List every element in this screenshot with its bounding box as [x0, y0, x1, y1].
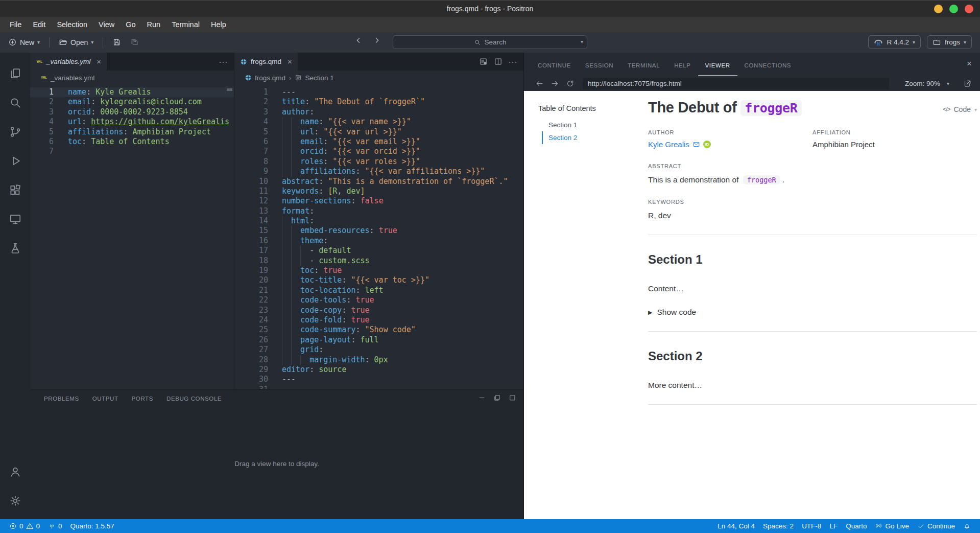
show-code-toggle[interactable]: ▶ Show code [648, 308, 977, 317]
split-icon[interactable] [494, 57, 503, 66]
close-tab-icon[interactable]: × [288, 57, 292, 66]
history-back-button[interactable] [354, 36, 363, 45]
panel-tab-ports[interactable]: PORTS [125, 396, 160, 402]
history-forward-button[interactable] [372, 36, 381, 45]
breadcrumb-item[interactable]: frogs.qmd [245, 74, 285, 82]
toc-item-section-1[interactable]: Section 1 [542, 119, 634, 131]
activity-testing-icon[interactable] [0, 234, 30, 263]
menu-item-help[interactable]: Help [205, 17, 232, 32]
activity-extensions-icon[interactable] [0, 175, 30, 204]
code-line[interactable]: 30--- [234, 375, 523, 384]
notifications-bell[interactable] [959, 519, 975, 533]
menu-item-terminal[interactable]: Terminal [166, 17, 205, 32]
viewer-back-button[interactable] [535, 79, 544, 88]
encoding-status[interactable]: UTF-8 [798, 519, 825, 533]
code-line[interactable]: 25code-summary: "Show code" [234, 325, 523, 335]
code-line[interactable]: 3author: [234, 107, 523, 117]
code-line[interactable]: 16theme: [234, 236, 523, 246]
code-line[interactable]: 26page-layout: full [234, 335, 523, 345]
close-tab-icon[interactable]: × [97, 57, 101, 66]
panel-tab-debug-console[interactable]: DEBUG CONSOLE [160, 396, 228, 402]
orcid-icon[interactable]: iD [703, 141, 711, 148]
code-editor[interactable]: 1---2title: "The Debut of `froggeR`"3aut… [234, 85, 523, 389]
code-line[interactable]: 13format: [234, 206, 523, 216]
code-line[interactable]: 21toc-location: left [234, 286, 523, 295]
breadcrumb[interactable]: YML_variables.yml [30, 71, 234, 85]
menu-item-run[interactable]: Run [141, 17, 166, 32]
activity-run-debug-icon[interactable] [0, 146, 30, 175]
code-line[interactable]: 7orcid: "{{< var orcid >}}" [234, 147, 523, 156]
minimize-button[interactable] [934, 5, 943, 13]
panel-tab-continue[interactable]: CONTINUE [531, 62, 578, 76]
breadcrumb[interactable]: frogs.qmd›Section 1 [234, 71, 523, 85]
new-button[interactable]: New ▾ [5, 36, 43, 49]
code-line[interactable]: 1name: Kyle Grealis [30, 87, 234, 97]
activity-explorer-icon[interactable] [0, 59, 30, 88]
r-interpreter-selector[interactable]: R R 4.4.2 ▾ [868, 35, 921, 49]
code-line[interactable]: 28margin-width: 0px [234, 355, 523, 365]
language-mode-status[interactable]: Quarto [842, 519, 871, 533]
code-line[interactable]: 17- default [234, 246, 523, 256]
panel-tab-problems[interactable]: PROBLEMS [37, 396, 86, 402]
activity-sessions-icon[interactable] [0, 204, 30, 234]
activity-settings-gear-icon[interactable] [0, 486, 30, 515]
toc-item-section-2[interactable]: Section 2 [542, 131, 634, 144]
maximize-panel-icon[interactable] [509, 394, 516, 402]
code-line[interactable]: 31 [234, 385, 523, 389]
viewer-zoom-selector[interactable]: Zoom: 90% ▾ [905, 80, 949, 87]
code-line[interactable]: 18- custom.scss [234, 256, 523, 266]
code-line[interactable]: 4url: https://github.com/kyleGrealis [30, 117, 234, 127]
menu-item-view[interactable]: View [93, 17, 120, 32]
maximize-button[interactable] [949, 5, 958, 13]
menu-item-file[interactable]: File [4, 17, 27, 32]
code-line[interactable]: 14html: [234, 216, 523, 226]
code-line[interactable]: 1--- [234, 87, 523, 97]
code-line[interactable]: 8roles: "{{< var roles >}}" [234, 157, 523, 167]
quarto-version-status[interactable]: Quarto: 1.5.57 [66, 519, 118, 533]
open-in-browser-icon[interactable] [963, 79, 972, 88]
open-button[interactable]: Open ▾ [56, 36, 97, 49]
continue-status-button[interactable]: Continue [913, 519, 959, 533]
panel-tab-output[interactable]: OUTPUT [86, 396, 125, 402]
code-line[interactable]: 23code-copy: true [234, 306, 523, 315]
email-icon[interactable] [692, 141, 700, 148]
breadcrumb-item[interactable]: YML_variables.yml [40, 74, 94, 82]
code-line[interactable]: 11keywords: [R, dev] [234, 187, 523, 196]
code-line[interactable]: 15embed-resources: true [234, 226, 523, 236]
menu-item-selection[interactable]: Selection [51, 17, 93, 32]
project-selector[interactable]: frogs ▾ [927, 35, 972, 49]
panel-tab-session[interactable]: SESSION [578, 62, 620, 76]
indentation-status[interactable]: Spaces: 2 [759, 519, 798, 533]
go-live-button[interactable]: Go Live [871, 519, 913, 533]
close-panel-icon[interactable]: × [967, 59, 972, 69]
editor-tab-frogs.qmd[interactable]: frogs.qmd× [234, 53, 298, 71]
global-search-input[interactable]: Search ▾ [393, 35, 587, 49]
problems-status[interactable]: 0 0 [5, 519, 44, 533]
more-icon[interactable]: ··· [219, 57, 228, 66]
code-line[interactable]: 9affiliations: "{{< var affiliations >}}… [234, 167, 523, 176]
more-icon[interactable]: ··· [509, 57, 517, 66]
cursor-position-status[interactable]: Ln 44, Col 4 [713, 519, 759, 533]
author-link[interactable]: Kyle Grealis [648, 140, 689, 149]
viewer-url-field[interactable]: http://localhost:7075/frogs.html [583, 78, 889, 89]
panel-tab-connections[interactable]: CONNECTIONS [737, 62, 799, 76]
eol-status[interactable]: LF [825, 519, 842, 533]
menu-item-go[interactable]: Go [120, 17, 141, 32]
code-line[interactable]: 24code-fold: true [234, 315, 523, 325]
code-line[interactable]: 12number-sections: false [234, 196, 523, 206]
menu-item-edit[interactable]: Edit [27, 17, 51, 32]
panel-tab-terminal[interactable]: TERMINAL [620, 62, 667, 76]
code-line[interactable]: 5affiliations: Amphibian Project [30, 127, 234, 137]
panel-tab-help[interactable]: HELP [667, 62, 698, 76]
breadcrumb-item[interactable]: Section 1 [295, 74, 333, 82]
code-tools-button[interactable]: </> Code ▾ [943, 105, 977, 113]
save-button[interactable] [109, 36, 124, 49]
code-line[interactable]: 27grid: [234, 345, 523, 355]
code-line[interactable]: 10abstract: "This is a demonstration of … [234, 177, 523, 187]
activity-search-icon[interactable] [0, 88, 30, 117]
restore-panel-icon[interactable] [493, 394, 501, 402]
code-line[interactable]: 20toc-title: "{{< var toc >}}" [234, 275, 523, 285]
code-line[interactable]: 2title: "The Debut of `froggeR`" [234, 97, 523, 107]
code-line[interactable]: 19toc: true [234, 266, 523, 275]
ports-status[interactable]: 0 [44, 519, 66, 533]
